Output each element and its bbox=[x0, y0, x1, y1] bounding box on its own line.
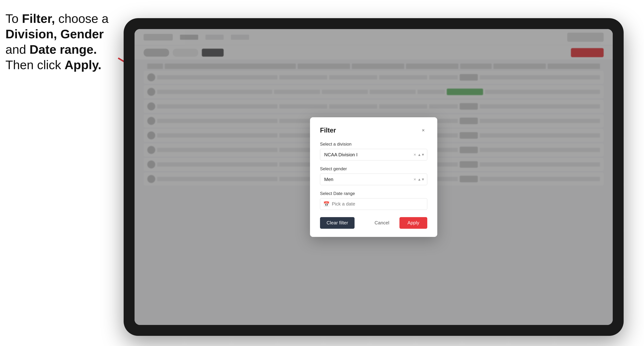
division-select[interactable]: NCAA Division I bbox=[320, 149, 427, 161]
division-arrows-icon: ▲▼ bbox=[418, 153, 425, 156]
gender-form-group: Select gender Men × ▲▼ bbox=[320, 166, 427, 185]
cancel-button[interactable]: Cancel bbox=[368, 217, 396, 229]
tablet-frame: Filter × Select a division NCAA Division… bbox=[124, 18, 624, 336]
date-input[interactable] bbox=[320, 198, 427, 210]
gender-arrows-icon: ▲▼ bbox=[418, 178, 425, 181]
modal-footer-right: Cancel Apply bbox=[368, 217, 427, 229]
division-select-wrapper: NCAA Division I × ▲▼ bbox=[320, 149, 427, 161]
apply-button[interactable]: Apply bbox=[400, 217, 427, 229]
gender-select-wrapper: Men × ▲▼ bbox=[320, 173, 427, 185]
division-clear-icon[interactable]: × bbox=[414, 153, 416, 157]
gender-select[interactable]: Men bbox=[320, 173, 427, 185]
gender-select-controls: × ▲▼ bbox=[414, 177, 425, 181]
instruction-block: To Filter, choose a Division, Gender and… bbox=[6, 11, 111, 73]
modal-header: Filter × bbox=[320, 126, 427, 134]
division-form-group: Select a division NCAA Division I × ▲▼ bbox=[320, 142, 427, 161]
tablet-screen: Filter × Select a division NCAA Division… bbox=[134, 29, 613, 325]
clear-filter-button[interactable]: Clear filter bbox=[320, 217, 354, 229]
modal-close-button[interactable]: × bbox=[419, 126, 427, 134]
filter-modal: Filter × Select a division NCAA Division… bbox=[310, 117, 437, 237]
modal-footer: Clear filter Cancel Apply bbox=[320, 217, 427, 229]
division-select-controls: × ▲▼ bbox=[414, 153, 425, 157]
date-form-group: Select Date range 📅 bbox=[320, 191, 427, 210]
gender-label: Select gender bbox=[320, 166, 427, 171]
calendar-icon: 📅 bbox=[323, 201, 330, 207]
modal-overlay: Filter × Select a division NCAA Division… bbox=[134, 29, 613, 325]
date-label: Select Date range bbox=[320, 191, 427, 196]
modal-title: Filter bbox=[320, 127, 336, 134]
division-label: Select a division bbox=[320, 142, 427, 147]
gender-clear-icon[interactable]: × bbox=[414, 177, 416, 181]
date-input-wrapper: 📅 bbox=[320, 198, 427, 210]
